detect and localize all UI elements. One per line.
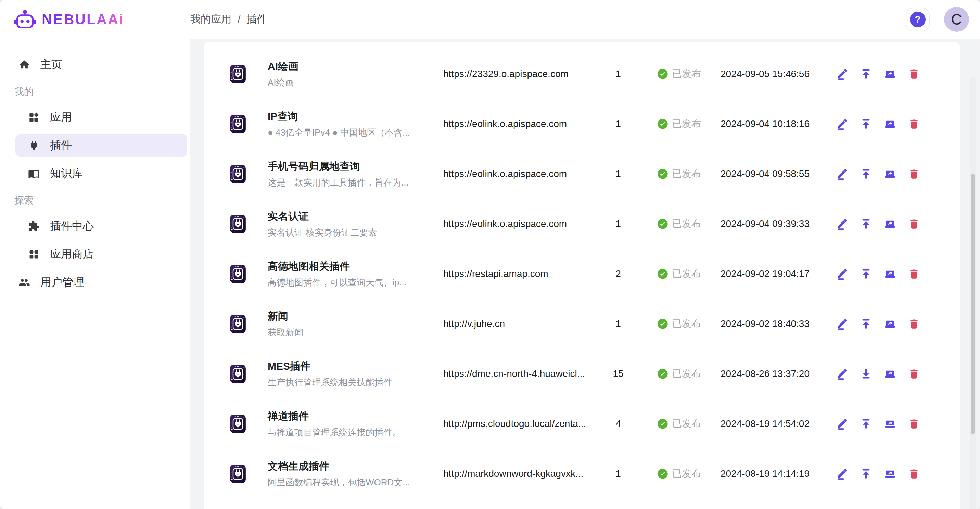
delete-button[interactable] — [907, 317, 921, 331]
sidebar-item-user-management[interactable]: 用户管理 — [15, 271, 187, 294]
row-actions — [835, 117, 921, 131]
updated-time: 2024-09-04 09:58:55 — [721, 169, 823, 179]
help-button[interactable]: ? — [906, 8, 930, 32]
plugin-name: MES插件 — [268, 359, 435, 374]
sidebar-item-label: 用户管理 — [40, 275, 84, 290]
delete-button[interactable] — [907, 467, 921, 480]
upload-button[interactable] — [859, 167, 873, 181]
apps-icon — [28, 111, 40, 123]
trash-icon — [908, 218, 920, 230]
user-avatar[interactable]: C — [944, 7, 969, 32]
upload-button[interactable] — [859, 467, 873, 480]
trash-icon — [908, 318, 920, 330]
row-actions — [835, 67, 921, 81]
sidebar-item-plugins[interactable]: 插件 — [15, 134, 187, 157]
transfer-icon — [860, 68, 872, 80]
publish-share-button[interactable] — [883, 117, 897, 131]
transfer-icon — [860, 418, 872, 429]
publish-share-button[interactable] — [883, 467, 897, 480]
sidebar-item-label: 应用 — [50, 110, 72, 125]
plugin-name: 实名认证 — [268, 210, 435, 224]
puzzle-icon — [28, 220, 40, 232]
updated-time: 2024-08-19 14:54:02 — [721, 418, 823, 429]
upload-button[interactable] — [859, 67, 873, 81]
breadcrumb-parent[interactable]: 我的应用 — [190, 12, 231, 26]
delete-button[interactable] — [907, 167, 921, 181]
row-actions — [835, 467, 921, 480]
edit-button[interactable] — [835, 317, 849, 331]
scrollbar-thumb[interactable] — [971, 174, 975, 434]
publish-share-button[interactable] — [883, 317, 897, 331]
sidebar-item-label: 知识库 — [50, 166, 83, 181]
updated-time: 2024-09-02 19:04:17 — [721, 268, 823, 279]
updated-time: 2024-09-05 15:46:56 — [721, 68, 823, 80]
edit-button[interactable] — [835, 467, 849, 480]
updated-time: 2024-08-19 14:14:19 — [721, 468, 823, 479]
sidebar-item-knowledge-base[interactable]: 知识库 — [15, 162, 187, 185]
download-button[interactable] — [859, 367, 873, 381]
delete-button[interactable] — [907, 367, 921, 381]
plugin-icon — [230, 265, 246, 283]
table-row: IP查询 ● 43亿全量IPv4 ● 中国地区（不含... https://eo… — [204, 99, 960, 149]
share-icon — [884, 168, 896, 180]
pencil-icon — [836, 168, 848, 180]
upload-button[interactable] — [859, 117, 873, 131]
sidebar-item-home[interactable]: 主页 — [15, 53, 187, 76]
plugin-description: ● 43亿全量IPv4 ● 中国地区（不含... — [268, 127, 435, 138]
status-label: 已发布 — [672, 167, 701, 180]
plugin-description: 生产执行管理系统相关技能插件 — [268, 377, 435, 388]
status-label: 已发布 — [672, 267, 701, 280]
brand-logo[interactable]: NEBULAAi — [14, 0, 124, 39]
delete-button[interactable] — [907, 117, 921, 131]
upload-button[interactable] — [859, 417, 873, 431]
pencil-icon — [836, 468, 848, 480]
edit-button[interactable] — [835, 367, 849, 381]
upload-button[interactable] — [859, 267, 873, 281]
upload-button[interactable] — [859, 317, 873, 331]
delete-button[interactable] — [907, 267, 921, 281]
edit-button[interactable] — [835, 67, 849, 81]
plugin-name-cell: 实名认证 实名认证 核实身份证二要素 — [268, 210, 435, 239]
edit-button[interactable] — [835, 417, 849, 431]
edit-button[interactable] — [835, 267, 849, 281]
status-label: 已发布 — [672, 118, 701, 130]
updated-time: 2024-09-02 18:40:33 — [721, 318, 823, 329]
upload-button[interactable] — [859, 217, 873, 231]
plugin-url: http://markdownword-kgkagvxk... — [443, 468, 601, 479]
sidebar-section-label: 我的 — [0, 83, 190, 101]
plugin-name: 新闻 — [268, 309, 435, 323]
status-label: 已发布 — [672, 317, 701, 330]
publish-share-button[interactable] — [883, 167, 897, 181]
sidebar-item-plugin-center[interactable]: 插件中心 — [15, 215, 187, 238]
status-label: 已发布 — [672, 417, 701, 430]
check-circle-icon — [657, 468, 668, 479]
edit-button[interactable] — [835, 117, 849, 131]
plugin-icon — [230, 215, 246, 233]
transfer-icon — [860, 318, 872, 330]
delete-button[interactable] — [907, 417, 921, 431]
trash-icon — [908, 168, 920, 180]
transfer-icon — [860, 468, 872, 480]
publish-share-button[interactable] — [883, 367, 897, 381]
trash-icon — [908, 268, 920, 280]
breadcrumb-current: 插件 — [247, 12, 267, 26]
publish-share-button[interactable] — [883, 417, 897, 431]
delete-button[interactable] — [907, 217, 921, 231]
brand-name: NEBULAAi — [42, 11, 124, 28]
row-actions — [835, 417, 921, 431]
sidebar-item-app-store[interactable]: 应用商店 — [15, 243, 187, 266]
plugin-description: AI绘画 — [268, 77, 435, 89]
status-badge: 已发布 — [657, 67, 701, 80]
publish-share-button[interactable] — [883, 217, 897, 231]
publish-share-button[interactable] — [883, 67, 897, 81]
share-icon — [884, 418, 896, 429]
plugin-api-count: 1 — [598, 318, 639, 329]
delete-button[interactable] — [907, 67, 921, 81]
sidebar-item-apps[interactable]: 应用 — [15, 106, 187, 129]
pencil-icon — [836, 368, 848, 380]
plugin-table: AI绘画 AI绘画 https://23329.o.apispace.com 1… — [204, 42, 960, 499]
edit-button[interactable] — [835, 167, 849, 181]
edit-button[interactable] — [835, 217, 849, 231]
publish-share-button[interactable] — [883, 267, 897, 281]
plugin-api-count: 1 — [598, 68, 639, 80]
